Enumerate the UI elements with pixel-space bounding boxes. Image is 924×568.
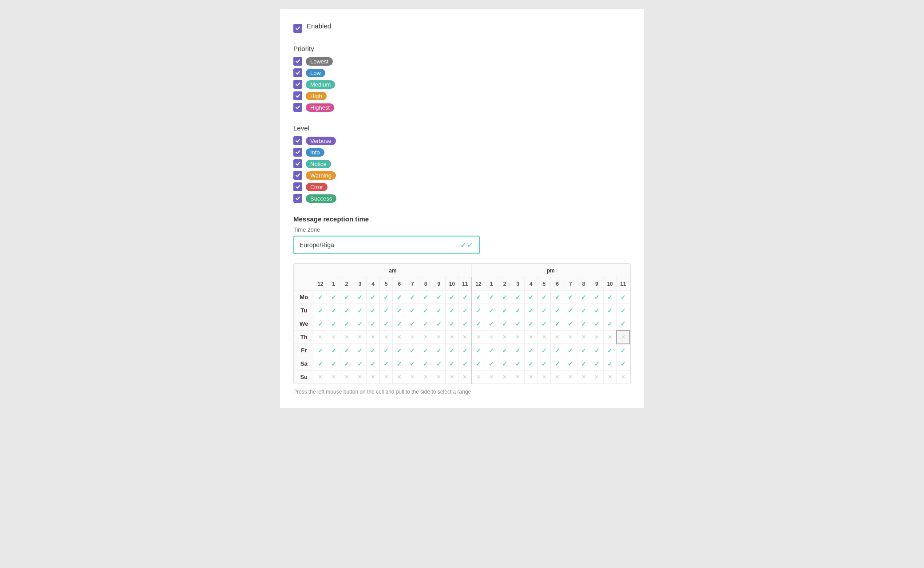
cell-sa-11[interactable]: ✓	[458, 357, 472, 371]
cell-th-11[interactable]: ✕	[458, 331, 472, 344]
cell-th-17[interactable]: ✕	[537, 331, 551, 344]
cell-we-19[interactable]: ✓	[564, 317, 577, 331]
checkbox-highest[interactable]	[293, 103, 302, 112]
cell-th-19[interactable]: ✕	[564, 331, 577, 344]
cell-su-5[interactable]: ✕	[379, 371, 393, 384]
cell-th-1[interactable]: ✕	[327, 331, 340, 344]
cell-we-0[interactable]: ✓	[314, 317, 327, 331]
checkbox-error[interactable]	[293, 182, 302, 191]
cell-tu-12[interactable]: ✓	[472, 304, 485, 317]
cell-fr-20[interactable]: ✓	[577, 344, 590, 357]
cell-th-9[interactable]: ✕	[432, 331, 446, 344]
cell-mo-19[interactable]: ✓	[564, 291, 577, 304]
cell-th-10[interactable]: ✕	[446, 331, 459, 344]
cell-sa-17[interactable]: ✓	[537, 357, 551, 371]
cell-tu-5[interactable]: ✓	[379, 304, 393, 317]
cell-th-5[interactable]: ✕	[379, 331, 393, 344]
cell-we-23[interactable]: ✓	[616, 317, 630, 331]
checkbox-verbose[interactable]	[293, 136, 302, 145]
cell-th-12[interactable]: ✕	[472, 331, 485, 344]
cell-mo-17[interactable]: ✓	[537, 291, 551, 304]
checkbox-info[interactable]	[293, 148, 302, 157]
checkbox-high[interactable]	[293, 91, 302, 100]
cell-sa-9[interactable]: ✓	[432, 357, 446, 371]
cell-mo-7[interactable]: ✓	[406, 291, 419, 304]
cell-sa-22[interactable]: ✓	[604, 357, 617, 371]
cell-su-13[interactable]: ✕	[485, 371, 498, 384]
cell-sa-5[interactable]: ✓	[379, 357, 393, 371]
cell-mo-13[interactable]: ✓	[485, 291, 498, 304]
cell-sa-3[interactable]: ✓	[353, 357, 367, 371]
cell-we-21[interactable]: ✓	[590, 317, 604, 331]
cell-su-16[interactable]: ✕	[525, 371, 538, 384]
cell-tu-2[interactable]: ✓	[340, 304, 353, 317]
cell-mo-3[interactable]: ✓	[353, 291, 367, 304]
cell-su-17[interactable]: ✕	[537, 371, 551, 384]
checkbox-success[interactable]	[293, 194, 302, 203]
cell-tu-7[interactable]: ✓	[406, 304, 419, 317]
cell-we-4[interactable]: ✓	[367, 317, 380, 331]
cell-we-20[interactable]: ✓	[577, 317, 590, 331]
cell-mo-4[interactable]: ✓	[367, 291, 380, 304]
cell-mo-22[interactable]: ✓	[604, 291, 617, 304]
cell-su-10[interactable]: ✕	[446, 371, 459, 384]
checkbox-warning[interactable]	[293, 171, 302, 180]
cell-fr-21[interactable]: ✓	[590, 344, 604, 357]
cell-sa-1[interactable]: ✓	[327, 357, 340, 371]
cell-su-2[interactable]: ✕	[340, 371, 353, 384]
cell-th-22[interactable]: ✕	[604, 331, 617, 344]
cell-tu-13[interactable]: ✓	[485, 304, 498, 317]
cell-su-12[interactable]: ✕	[472, 371, 485, 384]
cell-tu-6[interactable]: ✓	[393, 304, 406, 317]
cell-sa-15[interactable]: ✓	[511, 357, 525, 371]
cell-tu-22[interactable]: ✓	[604, 304, 617, 317]
cell-fr-19[interactable]: ✓	[564, 344, 577, 357]
cell-sa-13[interactable]: ✓	[485, 357, 498, 371]
enabled-checkbox[interactable]	[293, 24, 302, 33]
cell-we-12[interactable]: ✓	[472, 317, 485, 331]
cell-mo-20[interactable]: ✓	[577, 291, 590, 304]
cell-fr-10[interactable]: ✓	[446, 344, 459, 357]
cell-th-8[interactable]: ✕	[419, 331, 432, 344]
cell-fr-1[interactable]: ✓	[327, 344, 340, 357]
cell-fr-2[interactable]: ✓	[340, 344, 353, 357]
checkbox-medium[interactable]	[293, 80, 302, 89]
cell-fr-7[interactable]: ✓	[406, 344, 419, 357]
cell-tu-16[interactable]: ✓	[525, 304, 538, 317]
cell-mo-14[interactable]: ✓	[498, 291, 511, 304]
cell-we-18[interactable]: ✓	[551, 317, 564, 331]
cell-tu-15[interactable]: ✓	[511, 304, 525, 317]
cell-th-21[interactable]: ✕	[590, 331, 604, 344]
cell-sa-10[interactable]: ✓	[446, 357, 459, 371]
cell-fr-0[interactable]: ✓	[314, 344, 327, 357]
cell-we-22[interactable]: ✓	[604, 317, 617, 331]
cell-we-9[interactable]: ✓	[432, 317, 446, 331]
cell-th-16[interactable]: ✕	[525, 331, 538, 344]
cell-mo-15[interactable]: ✓	[511, 291, 525, 304]
cell-mo-21[interactable]: ✓	[590, 291, 604, 304]
cell-we-15[interactable]: ✓	[511, 317, 525, 331]
cell-tu-10[interactable]: ✓	[446, 304, 459, 317]
cell-th-3[interactable]: ✕	[353, 331, 367, 344]
cell-fr-23[interactable]: ✓	[616, 344, 630, 357]
cell-we-11[interactable]: ✓	[458, 317, 472, 331]
cell-we-1[interactable]: ✓	[327, 317, 340, 331]
cell-su-8[interactable]: ✕	[419, 371, 432, 384]
cell-sa-19[interactable]: ✓	[564, 357, 577, 371]
cell-th-6[interactable]: ✕	[393, 331, 406, 344]
cell-we-8[interactable]: ✓	[419, 317, 432, 331]
cell-we-16[interactable]: ✓	[525, 317, 538, 331]
cell-sa-7[interactable]: ✓	[406, 357, 419, 371]
cell-fr-16[interactable]: ✓	[525, 344, 538, 357]
cell-th-15[interactable]: ✕	[511, 331, 525, 344]
cell-mo-18[interactable]: ✓	[551, 291, 564, 304]
cell-mo-12[interactable]: ✓	[472, 291, 485, 304]
cell-sa-2[interactable]: ✓	[340, 357, 353, 371]
cell-mo-23[interactable]: ✓	[616, 291, 630, 304]
cell-sa-20[interactable]: ✓	[577, 357, 590, 371]
cell-mo-2[interactable]: ✓	[340, 291, 353, 304]
cell-fr-17[interactable]: ✓	[537, 344, 551, 357]
cell-su-9[interactable]: ✕	[432, 371, 446, 384]
cell-mo-6[interactable]: ✓	[393, 291, 406, 304]
cell-th-0[interactable]: ✕	[314, 331, 327, 344]
